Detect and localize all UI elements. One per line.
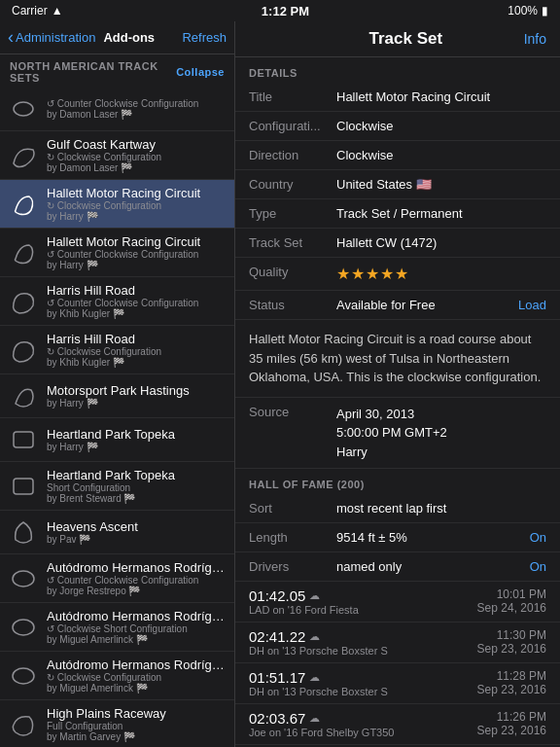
- list-item[interactable]: Heartland Park Topeka by Harry 🏁: [0, 418, 234, 462]
- list-item[interactable]: Heavens Ascent by Pav 🏁: [0, 511, 234, 554]
- status-time: 1:12 PM: [262, 4, 309, 18]
- section-header: NORTH AMERICAN TRACK SETS Collapse: [0, 54, 234, 88]
- collapse-button[interactable]: Collapse: [176, 66, 225, 78]
- item-author: by Brent Steward 🏁: [47, 493, 227, 504]
- source-time: 5:00:00 PM GMT+2: [336, 425, 447, 440]
- item-info: Heavens Ascent by Pav 🏁: [47, 519, 227, 545]
- detail-label-title: Title: [249, 89, 336, 104]
- status-bar: Carrier ▲ 1:12 PM 100% ▮: [0, 0, 560, 21]
- item-name: Autódromo Hermanos Rodríguez: [47, 658, 227, 672]
- refresh-button[interactable]: Refresh: [182, 30, 227, 45]
- item-info: Hallett Motor Racing Circuit ↻ Clockwise…: [47, 186, 227, 222]
- item-config: ↺ Counter Clockwise Configuration: [47, 575, 227, 586]
- battery-icon: ▮: [542, 4, 548, 18]
- lap-car: Joe on '16 Ford Shelby GT350: [249, 727, 394, 738]
- item-config: ↺ Counter Clockwise Configuration: [47, 249, 227, 260]
- list-item[interactable]: Harris Hill Road ↺ Counter Clockwise Con…: [0, 277, 234, 326]
- info-button[interactable]: Info: [524, 31, 546, 47]
- svg-rect-1: [14, 432, 33, 447]
- lap-date: Sep 23, 2016: [477, 724, 546, 737]
- detail-row-quality: Quality ★★★★★: [235, 258, 560, 291]
- item-name: Hallett Motor Racing Circuit: [47, 186, 227, 200]
- cloud-icon: ☁: [309, 671, 320, 684]
- lap-entries-container: 01:42.05 ☁ LAD on '16 Ford Fiesta 10:01 …: [235, 582, 560, 747]
- list-item[interactable]: Hallett Motor Racing Circuit ↺ Counter C…: [0, 229, 234, 277]
- list-item[interactable]: Motorsport Park Hastings by Harry 🏁: [0, 374, 234, 418]
- length-toggle[interactable]: On: [530, 530, 546, 545]
- track-icon: [8, 189, 39, 220]
- lap-left: 01:51.17 ☁ DH on '13 Porsche Boxster S: [249, 669, 388, 697]
- lap-right: 11:30 PM Sep 23, 2016: [477, 628, 546, 656]
- lap-time: 01:51.17 ☁: [249, 669, 388, 686]
- item-info: Gulf Coast Kartway ↻ Clockwise Configura…: [47, 137, 227, 173]
- item-config: ↺ Counter Clockwise Configuration: [47, 298, 227, 308]
- lap-right: 11:28 PM Sep 23, 2016: [477, 669, 546, 696]
- list-item[interactable]: Autódromo Hermanos Rodríguez ↻ Clockwise…: [0, 652, 234, 700]
- list-item[interactable]: ↺ Counter Clockwise Configuration by Dam…: [0, 88, 234, 131]
- item-info: High Plains Raceway Full Configuration b…: [47, 706, 227, 742]
- item-config: ↺ Clockwise Short Configuration: [47, 623, 227, 634]
- item-config: ↻ Clockwise Configuration: [47, 346, 227, 357]
- lap-entry[interactable]: 01:51.17 ☁ DH on '13 Porsche Boxster S 1…: [235, 663, 560, 704]
- details-section-title: DETAILS: [235, 57, 560, 83]
- list-item-active[interactable]: Hallett Motor Racing Circuit ↻ Clockwise…: [0, 180, 234, 229]
- lap-right: 10:01 PM Sep 24, 2016: [477, 587, 546, 615]
- lap-date: Sep 23, 2016: [477, 642, 546, 656]
- lap-time-value: 01:51.17: [249, 669, 305, 686]
- detail-row-type: Type Track Set / Permanent: [235, 199, 560, 229]
- detail-label-status: Status: [249, 298, 336, 312]
- track-icon: [8, 424, 39, 455]
- item-author: by Khib Kugler 🏁: [47, 308, 227, 319]
- svg-point-0: [14, 102, 33, 116]
- lap-entry[interactable]: 01:42.05 ☁ LAD on '16 Ford Fiesta 10:01 …: [235, 582, 560, 622]
- item-author: by Martin Garvey 🏁: [47, 731, 227, 742]
- back-button[interactable]: Administration: [8, 27, 95, 48]
- lap-clock: 10:01 PM: [497, 587, 546, 601]
- detail-value-trackset: Hallett CW (1472): [336, 235, 546, 250]
- status-battery: 100% ▮: [508, 4, 548, 18]
- cloud-icon: ☁: [309, 712, 320, 725]
- detail-row-config: Configurati... Clockwise: [235, 112, 560, 141]
- description-box: Hallett Motor Racing Circuit is a road c…: [235, 320, 560, 398]
- list-item[interactable]: Gulf Coast Kartway ↻ Clockwise Configura…: [0, 131, 234, 180]
- detail-value-country: United States 🇺🇸: [336, 177, 546, 192]
- item-name: Heartland Park Topeka: [47, 427, 227, 442]
- length-value: 9514 ft ± 5%: [336, 530, 530, 545]
- detail-value-title: Hallett Motor Racing Circuit: [336, 89, 546, 104]
- list-item[interactable]: Autódromo Hermanos Rodríguez ↺ Counter C…: [0, 554, 234, 603]
- lap-clock: 11:26 PM: [497, 710, 546, 724]
- lap-entry[interactable]: 02:03.67 ☁ Joe on '16 Ford Shelby GT350 …: [235, 704, 560, 745]
- detail-label-type: Type: [249, 206, 336, 221]
- track-icon: [8, 93, 39, 124]
- lap-date: Sep 24, 2016: [477, 601, 546, 615]
- drivers-toggle[interactable]: On: [530, 559, 546, 574]
- list-item[interactable]: High Plains Raceway Full Configuration b…: [0, 700, 234, 747]
- load-button[interactable]: Load: [441, 298, 546, 312]
- lap-date: Sep 23, 2016: [477, 683, 546, 696]
- lap-right: 11:26 PM Sep 23, 2016: [477, 710, 546, 737]
- svg-point-5: [13, 668, 34, 684]
- cloud-icon: ☁: [309, 630, 320, 643]
- detail-row-trackset: Track Set Hallett CW (1472): [235, 229, 560, 258]
- lap-entry[interactable]: 02:41.22 ☁ DH on '13 Porsche Boxster S 1…: [235, 622, 560, 663]
- lap-clock: 11:28 PM: [497, 669, 546, 683]
- item-info: Motorsport Park Hastings by Harry 🏁: [47, 383, 227, 409]
- source-label: Source: [249, 405, 336, 419]
- back-label[interactable]: Administration: [16, 30, 95, 45]
- track-icon: [8, 612, 39, 643]
- detail-value-direction: Clockwise: [336, 148, 546, 162]
- track-icon: [8, 140, 39, 171]
- sidebar-list[interactable]: ↺ Counter Clockwise Configuration by Dam…: [0, 88, 234, 747]
- main-layout: Administration Add-ons Refresh NORTH AME…: [0, 21, 560, 747]
- carrier-text: Carrier: [12, 4, 48, 18]
- panel-content[interactable]: DETAILS Title Hallett Motor Racing Circu…: [235, 57, 560, 747]
- lap-left: 02:41.22 ☁ DH on '13 Porsche Boxster S: [249, 628, 388, 657]
- list-item[interactable]: Autódromo Hermanos Rodríguez ↺ Clockwise…: [0, 603, 234, 652]
- sort-label: Sort: [249, 501, 336, 516]
- item-author: by Miguel Amerlinck 🏁: [47, 683, 227, 694]
- lap-time-value: 02:03.67: [249, 710, 305, 727]
- list-item[interactable]: Heartland Park Topeka Short Configuratio…: [0, 462, 234, 511]
- item-info: ↺ Counter Clockwise Configuration by Dam…: [47, 98, 227, 120]
- lap-car: DH on '13 Porsche Boxster S: [249, 645, 388, 657]
- list-item[interactable]: Harris Hill Road ↻ Clockwise Configurati…: [0, 326, 234, 374]
